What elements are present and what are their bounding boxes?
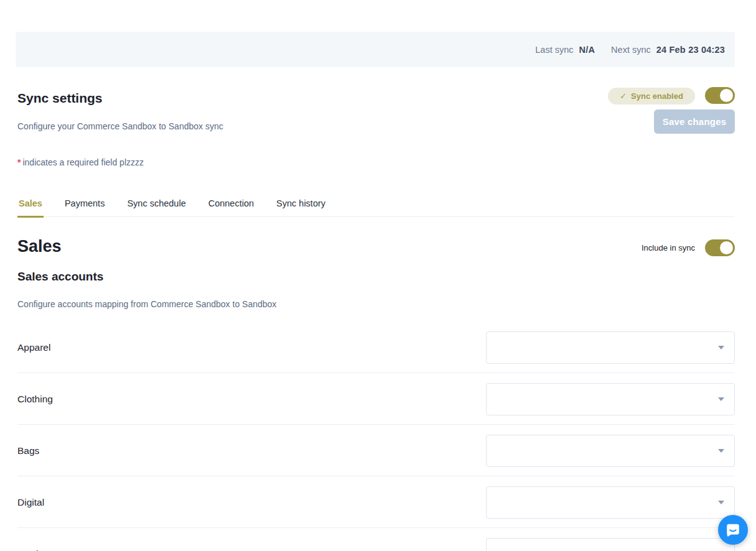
tab-connection[interactable]: Connection (207, 196, 255, 216)
mapping-row: Clothing (17, 383, 735, 435)
account-select[interactable] (486, 383, 735, 415)
tab-payments[interactable]: Payments (63, 196, 106, 216)
sync-enabled-badge-label: Sync enabled (631, 91, 683, 101)
mapping-row-label: Apparel (17, 331, 50, 364)
chevron-down-icon (718, 449, 724, 453)
include-in-sync-label: Include in sync (642, 243, 695, 252)
mapping-row: Hardware (17, 538, 735, 551)
chat-bubble-icon (725, 522, 741, 538)
mapping-row: Bags (17, 435, 735, 486)
save-changes-button[interactable]: Save changes (654, 109, 735, 134)
account-select[interactable] (486, 435, 735, 467)
mapping-row: Digital (17, 486, 735, 538)
mapping-row-label: Hardware (17, 538, 59, 551)
required-note-text: indicates a required field plzzzz (22, 157, 144, 167)
tab-sync-history[interactable]: Sync history (275, 196, 327, 216)
sync-status-bar: Last sync N/A Next sync 24 Feb 23 04:23 (16, 32, 735, 67)
chevron-down-icon (718, 397, 724, 401)
row-divider (17, 476, 735, 476)
sales-accounts-description: Configure accounts mapping from Commerce… (17, 299, 276, 309)
mapping-row: Apparel (17, 331, 735, 383)
required-field-note: *indicates a required field plzzzz (17, 157, 144, 167)
last-sync-label: Last sync (535, 45, 573, 55)
sync-enabled-toggle[interactable] (705, 87, 735, 104)
mapping-row-label: Clothing (17, 383, 53, 415)
page-subtitle: Configure your Commerce Sandbox to Sandb… (17, 121, 223, 131)
next-sync: Next sync 24 Feb 23 04:23 (611, 45, 725, 55)
chevron-down-icon (718, 346, 724, 350)
sales-section-title: Sales (17, 237, 62, 256)
sales-accounts-title: Sales accounts (17, 270, 103, 284)
last-sync: Last sync N/A (535, 45, 595, 55)
settings-tabs: Sales Payments Sync schedule Connection … (17, 196, 735, 217)
chevron-down-icon (718, 501, 724, 504)
row-divider (17, 373, 735, 373)
row-divider (17, 424, 735, 425)
page-title: Sync settings (17, 91, 103, 106)
toggle-knob (720, 89, 733, 102)
account-select[interactable] (486, 331, 735, 364)
tab-sales[interactable]: Sales (17, 196, 44, 218)
sync-enabled-badge: ✓ Sync enabled (608, 88, 695, 104)
include-in-sync-toggle[interactable] (705, 239, 735, 256)
last-sync-value: N/A (579, 45, 595, 55)
account-select[interactable] (486, 538, 735, 551)
row-divider (17, 527, 735, 528)
mapping-row-label: Digital (17, 486, 44, 519)
required-asterisk: * (17, 157, 21, 167)
check-icon: ✓ (620, 91, 627, 101)
account-select[interactable] (486, 486, 735, 519)
next-sync-value: 24 Feb 23 04:23 (656, 45, 725, 55)
mapping-row-label: Bags (17, 435, 39, 467)
account-mapping-list: Apparel Clothing Bags Digital Hardware (17, 331, 735, 551)
next-sync-label: Next sync (611, 45, 651, 55)
tab-sync-schedule[interactable]: Sync schedule (126, 196, 187, 216)
chat-launcher-button[interactable] (718, 515, 748, 545)
toggle-knob (720, 241, 733, 254)
